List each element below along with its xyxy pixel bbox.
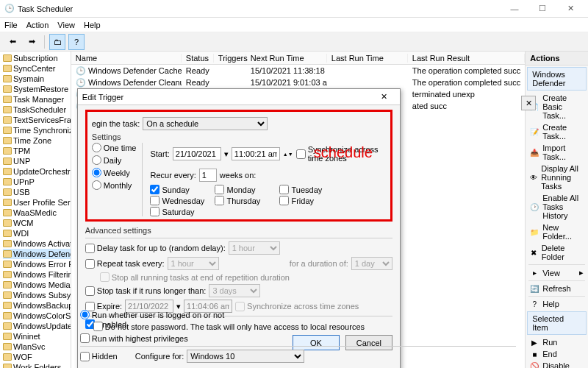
tree-item[interactable]: Time Synchronization xyxy=(3,125,71,135)
action-item[interactable]: 📥Import Task... xyxy=(526,142,588,163)
tree-item[interactable]: UPnP xyxy=(3,177,71,187)
delay-checkbox[interactable]: Delay task for up to (random delay): xyxy=(85,244,226,253)
action-item[interactable]: ▶Run xyxy=(526,336,588,348)
action-item[interactable]: 👁Display All Running Tasks xyxy=(526,163,588,192)
tree-item[interactable]: WOF xyxy=(3,352,71,362)
tree-item[interactable]: WCM xyxy=(3,218,71,228)
freq-daily[interactable]: Daily xyxy=(92,155,137,165)
recur-label: Recur every: xyxy=(150,171,196,180)
maximize-button[interactable]: ☐ xyxy=(529,1,556,16)
menu-help[interactable]: Help xyxy=(84,21,101,29)
tree-item[interactable]: Windows Activation Technologies xyxy=(3,238,71,249)
panel-close-button[interactable]: ✕ xyxy=(521,96,536,110)
freq-monthly[interactable]: Monthly xyxy=(92,180,137,190)
highest-priv-checkbox[interactable]: Run with highest privileges xyxy=(80,333,188,343)
action-item[interactable]: ?Help xyxy=(526,298,588,310)
action-item[interactable]: 🕑Enable All Tasks History xyxy=(526,192,588,222)
start-time-input[interactable] xyxy=(232,147,280,160)
delay-select: 1 hour xyxy=(229,241,280,255)
tree-item[interactable]: UNP xyxy=(3,156,71,166)
begin-task-select[interactable]: On a schedule xyxy=(143,117,268,130)
tree-item[interactable]: WlanSvc xyxy=(3,342,71,352)
action-item[interactable]: 🚫Disable xyxy=(526,360,588,368)
close-button[interactable]: ✕ xyxy=(557,1,584,16)
begin-task-label: egin the task: xyxy=(92,119,140,128)
tree-item[interactable]: Windows Defender xyxy=(3,249,71,259)
dialog-close-button[interactable]: ✕ xyxy=(373,92,395,102)
run-logged-radio[interactable]: Run whether user is logged on or not xyxy=(80,310,224,319)
tree-item[interactable]: TextServicesFramework xyxy=(3,115,71,125)
action-item[interactable]: 📁New Folder... xyxy=(526,222,588,242)
no-store-checkbox[interactable]: Do not store password. The task will onl… xyxy=(93,322,365,331)
tree-item[interactable]: WindowsColorSystem xyxy=(3,311,71,321)
action-item[interactable]: 📝Create Task... xyxy=(526,121,588,142)
day-tuesday[interactable]: Tuesday xyxy=(279,185,337,194)
repeat-checkbox[interactable]: Repeat task every: xyxy=(85,259,165,269)
day-thursday[interactable]: Thursday xyxy=(215,196,272,205)
day-saturday[interactable]: Saturday xyxy=(150,207,207,216)
menu-bar: File Action View Help xyxy=(0,18,588,32)
window-title: Task Scheduler xyxy=(18,4,73,13)
tree-item[interactable]: Work Folders xyxy=(3,362,71,368)
tree-item[interactable]: TPM xyxy=(3,146,71,156)
action-item[interactable]: 🔄Refresh xyxy=(526,283,588,294)
tree-item[interactable]: SyncCenter xyxy=(3,63,71,74)
day-monday[interactable]: Monday xyxy=(215,185,272,194)
configure-label: Configure for: xyxy=(135,352,184,361)
tree-item[interactable]: SystemRestore xyxy=(3,84,71,94)
tree-item[interactable]: WDI xyxy=(3,228,71,238)
actions-header: Actions xyxy=(526,52,588,66)
dialog-title: Edit Trigger xyxy=(82,93,123,102)
hidden-checkbox[interactable]: Hidden xyxy=(80,352,118,361)
start-date-input[interactable] xyxy=(173,147,221,160)
tree-item[interactable]: Windows Subsystem For Linux xyxy=(3,290,71,300)
task-row[interactable]: 🕒 Windows Defender CleanupReady15/10/202… xyxy=(71,77,525,88)
schedule-highlight: schedule egin the task: On a schedule Se… xyxy=(85,110,392,222)
tree-item[interactable]: Task Manager xyxy=(3,94,71,105)
action-item[interactable]: ▸View▸ xyxy=(526,266,588,279)
tree-item[interactable]: User Profile Service xyxy=(3,197,71,208)
forward-button[interactable]: ➡ xyxy=(24,34,40,50)
annotation-text: schedule xyxy=(314,144,373,161)
stop-longer-checkbox[interactable]: Stop task if it runs longer than: xyxy=(85,286,207,296)
stop-longer-select: 3 days xyxy=(209,284,260,297)
tree-item[interactable]: Sysmain xyxy=(3,74,71,84)
action-item[interactable]: ■End xyxy=(526,348,588,360)
action-item[interactable]: ✖Delete Folder xyxy=(526,242,588,263)
day-wednesday[interactable]: Wednesday xyxy=(150,196,207,205)
tree-item[interactable]: Windows Filtering Platform xyxy=(3,269,71,280)
tree-item[interactable]: WindowsUpdate xyxy=(3,321,71,331)
repeat-select: 1 hour xyxy=(168,257,219,270)
tree-item[interactable]: TaskScheduler xyxy=(3,105,71,115)
tree-item[interactable]: Windows Error Reporting xyxy=(3,259,71,269)
day-sunday[interactable]: Sunday xyxy=(150,185,207,194)
menu-view[interactable]: View xyxy=(57,21,75,29)
back-button[interactable]: ⬅ xyxy=(4,34,21,50)
recur-input[interactable] xyxy=(199,169,217,182)
tree-item[interactable]: WindowsBackup xyxy=(3,300,71,311)
tree-item[interactable]: Time Zone xyxy=(3,135,71,146)
menu-action[interactable]: Action xyxy=(26,21,49,29)
scope-button[interactable]: 🗀 xyxy=(49,34,65,50)
freq-onetime[interactable]: One time xyxy=(92,143,137,152)
tree-item[interactable]: Windows Media Sharing xyxy=(3,280,71,290)
day-friday[interactable]: Friday xyxy=(279,196,337,205)
toolbar: ⬅ ➡ 🗀 ? xyxy=(0,32,588,52)
task-list-header: Name Status Triggers Next Run Time Last … xyxy=(71,52,525,65)
tree-item[interactable]: UpdateOrchestrator xyxy=(3,166,71,177)
task-row[interactable]: 🕒 Windows Defender Cache Mainten...Ready… xyxy=(71,65,525,77)
advanced-label: Advanced settings xyxy=(85,226,392,235)
title-bar: 🕒 Task Scheduler — ☐ ✕ xyxy=(0,0,588,18)
freq-weekly[interactable]: Weekly xyxy=(92,168,137,177)
configure-select[interactable]: Windows 10 xyxy=(187,350,304,363)
minimize-button[interactable]: — xyxy=(501,1,528,16)
menu-file[interactable]: File xyxy=(4,21,18,29)
tree-item[interactable]: Subscription xyxy=(3,53,71,63)
help-button[interactable]: ? xyxy=(68,34,85,50)
tree-item[interactable]: USB xyxy=(3,187,71,197)
tree-item[interactable]: WaaSMedic xyxy=(3,208,71,218)
stopall-checkbox: Stop all running tasks at end of repetit… xyxy=(100,272,290,282)
tree-view[interactable]: SubscriptionSyncCenterSysmainSystemResto… xyxy=(0,52,71,368)
task-properties-bottom: Run whether user is logged on or not Do … xyxy=(80,308,516,365)
tree-item[interactable]: Wininet xyxy=(3,331,71,342)
